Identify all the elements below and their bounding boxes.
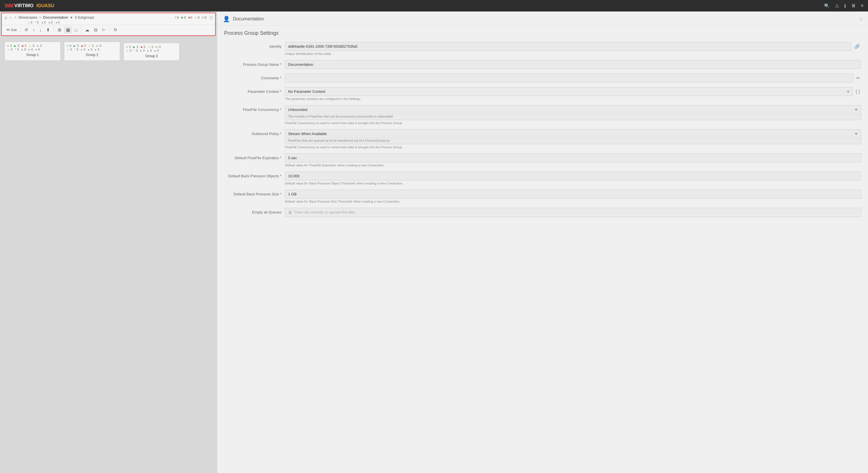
maximize-button[interactable]: □ xyxy=(210,15,212,20)
group3-label: Group 3 xyxy=(126,54,177,58)
upload-button[interactable]: ↑ xyxy=(31,26,37,34)
expand-icon[interactable]: □ xyxy=(860,17,862,21)
comments-edit-button[interactable]: ✏ xyxy=(855,74,861,82)
brand: WM VIRTIMO IGUASU xyxy=(5,3,54,9)
outbound-policy-row: Outbound Policy * Stream When Available … xyxy=(224,129,861,149)
param-context-row: Parameter Context * No Parameter Context… xyxy=(224,87,861,100)
default-back-pressure-objects-hint: Default value for 'Back Pressure Object … xyxy=(285,182,861,185)
flowfile-concurrency-select[interactable]: Unbounded ▼ The number of FlowFiles that… xyxy=(285,105,861,120)
identity-row: Identity 🔗 Unique identification of this… xyxy=(224,42,861,56)
download2-button[interactable]: ⬇ xyxy=(44,26,52,34)
top-navbar: WM VIRTIMO IGUASU 🔍 ⚠ ℹ 🖥 ≡ xyxy=(0,0,868,11)
running-icon: ▶ xyxy=(181,16,184,19)
flowfile-concurrency-desc: The number of FlowFiles that can be proc… xyxy=(285,114,861,120)
outbound-policy-content: Stream When Available ▼ FlowFiles that a… xyxy=(285,129,861,149)
default-back-pressure-objects-input[interactable] xyxy=(285,172,861,180)
warning-badge-icon: ⚠ xyxy=(194,16,197,19)
flowfile-concurrency-row: FlowFile Concurrency * Unbounded ▼ The n… xyxy=(224,105,861,125)
warning-icon[interactable]: ⚠ xyxy=(835,3,839,9)
cloud-button[interactable]: ☁ xyxy=(83,26,91,34)
default-flowfile-expiration-row: Default FlowFile Expiration * Default va… xyxy=(224,153,861,167)
pg-name-content xyxy=(285,60,861,69)
download2-icon: ⬇ xyxy=(46,27,50,32)
param-context-select-wrapper: No Parameter Context ▼ xyxy=(285,87,853,96)
flow-icon: ⊢ xyxy=(102,27,106,32)
outbound-policy-top: Stream When Available ▼ xyxy=(285,129,861,138)
right-header: 👤 Documentation □ xyxy=(217,11,868,26)
flow-button[interactable]: ⊢ xyxy=(100,26,108,34)
stopped-icon: ■ xyxy=(188,16,190,19)
toolbar-divider-2 xyxy=(54,27,54,33)
breadcrumb-stats: ≡ 0 ▶ 0 ■ 0 ⚠ 0 xyxy=(175,15,212,20)
refresh-icon: ↻ xyxy=(114,27,118,32)
stat-invalid: * 0 xyxy=(35,21,38,24)
default-back-pressure-size-content: Default value for 'Back Pressure Size Th… xyxy=(285,190,861,203)
toolbar-buttons: ✏ Edit ↺ ↑ ↓ ⬇ ⊞ xyxy=(2,25,215,35)
right-panel: 👤 Documentation □ Process Group Settings… xyxy=(217,11,868,473)
flowfile-concurrency-chevron: ▼ xyxy=(854,108,858,112)
grid-view-button[interactable]: ⊞ xyxy=(56,26,63,34)
empty-queues-row: Empty all Queues 🗑 There are currently n… xyxy=(224,208,861,217)
default-flowfile-expiration-input[interactable] xyxy=(285,153,861,162)
search-icon[interactable]: 🔍 xyxy=(824,3,830,9)
refresh-button[interactable]: ↻ xyxy=(112,26,120,34)
group1-stats-bottom: ✓ 0 * 0 ● 0 ● 0 ● 0 xyxy=(7,48,58,51)
outbound-policy-select[interactable]: Stream When Available ▼ FlowFiles that a… xyxy=(285,129,861,144)
default-flowfile-expiration-content: Default value for 'FlowFile Expiration' … xyxy=(285,153,861,167)
edit-button[interactable]: ✏ Edit xyxy=(5,26,19,34)
canvas-area: ≡ 0 ▶ 0 ■ 0 ⚠ 0 ⊘ 0 ✓ 0 * 0 ● 0 ● 0 ● 0 … xyxy=(0,37,217,473)
param-context-select[interactable]: No Parameter Context xyxy=(285,87,853,96)
empty-queues-content: 🗑 There are currently no queued flow fil… xyxy=(285,208,861,217)
pg-name-input[interactable] xyxy=(285,60,861,69)
card-view-button[interactable]: ▦ xyxy=(64,26,72,34)
info-icon[interactable]: ℹ xyxy=(844,3,846,9)
group-card-3[interactable]: ≡ 0 ▶ 0 ■ 0 ⚠ 0 ⊘ 0 ✓ 0 * 0 ● 0 ● 0 ● 0 … xyxy=(124,43,180,61)
group-card-2[interactable]: ≡ 0 ▶ 0 ■ 0 ⚠ 0 ⊘ 0 ✓ 0 * 0 ● 0 ● 0 ● 0 … xyxy=(64,42,120,61)
stat-ok: ✓ 0 xyxy=(28,21,32,24)
outbound-policy-label: Outbound Policy * xyxy=(224,129,281,136)
comments-content: ✏ xyxy=(285,73,861,83)
align-button[interactable]: ⊟ xyxy=(92,26,100,34)
identity-input[interactable] xyxy=(285,42,851,51)
home-icon[interactable]: ⌂ xyxy=(5,15,7,20)
flowfile-concurrency-hint: FlowFile Concurrency is used to control … xyxy=(285,121,861,125)
comments-input[interactable] xyxy=(285,73,854,83)
flowfile-concurrency-label: FlowFile Concurrency * xyxy=(224,105,281,112)
brand-virtimo: VIRTIMO xyxy=(14,3,34,8)
identity-label: Identity xyxy=(224,42,281,49)
default-back-pressure-objects-label: Default Back Pressure Objects * xyxy=(224,172,281,178)
group1-stats-top: ≡ 0 ▶ 0 ■ 0 ⚠ 0 ⊘ 0 xyxy=(7,44,58,48)
menu-icon[interactable]: ≡ xyxy=(861,3,863,8)
breadcrumb-current: Documentation xyxy=(43,15,68,20)
back-button[interactable]: ← xyxy=(9,15,13,20)
comments-input-row: ✏ xyxy=(285,73,861,83)
group2-stats-top: ≡ 0 ▶ 0 ■ 0 ⚠ 0 ⊘ 0 xyxy=(67,44,118,48)
grid-view-icon: ⊞ xyxy=(58,27,61,32)
download-button[interactable]: ↓ xyxy=(37,26,44,34)
breadcrumb-bar: ⌂ ← > Showcases > Documentation ▼ 3 Subg… xyxy=(2,13,215,21)
list-view-button[interactable]: □ xyxy=(73,26,79,34)
stat-queued: ≡ 0 xyxy=(175,16,179,19)
group-card-1[interactable]: ≡ 0 ▶ 0 ■ 0 ⚠ 0 ⊘ 0 ✓ 0 * 0 ● 0 ● 0 ● 0 … xyxy=(5,42,61,61)
history-icon: ↺ xyxy=(24,27,28,32)
user-icon: 👤 xyxy=(223,16,230,22)
breadcrumb-dropdown[interactable]: ▼ xyxy=(70,16,73,19)
default-back-pressure-size-input[interactable] xyxy=(285,190,861,199)
monitor-icon[interactable]: 🖥 xyxy=(851,3,856,8)
stat-s1: ● 0 xyxy=(42,21,46,24)
breadcrumb-parent[interactable]: Showcases xyxy=(19,15,37,20)
param-context-label: Parameter Context * xyxy=(224,87,281,94)
default-flowfile-expiration-label: Default FlowFile Expiration * xyxy=(224,153,281,160)
edit-label: Edit xyxy=(11,28,17,32)
default-back-pressure-size-hint: Default value for 'Back Pressure Size Th… xyxy=(285,200,861,203)
stat-running: ▶ 0 xyxy=(181,16,186,19)
history-button[interactable]: ↺ xyxy=(22,26,30,34)
edit-icon: ✏ xyxy=(7,27,10,32)
disabled-icon: ⊘ xyxy=(202,16,204,19)
brand-wm: WM xyxy=(5,3,13,9)
param-context-code-button[interactable]: { } xyxy=(855,88,861,95)
identity-link-button[interactable]: 🔗 xyxy=(853,42,861,50)
group3-stats-bottom: ✓ 0 * 0 ● 0 ● 0 ● 0 xyxy=(126,49,177,52)
param-context-input-row: No Parameter Context ▼ { } xyxy=(285,87,861,96)
breadcrumb: ⌂ ← > Showcases > Documentation ▼ 3 Subg… xyxy=(5,15,94,20)
